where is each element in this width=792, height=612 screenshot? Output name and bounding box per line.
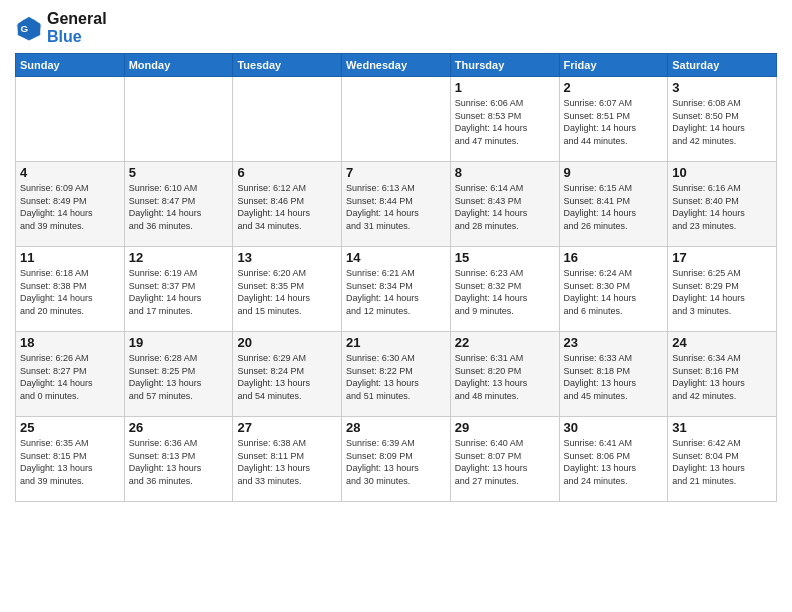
- weekday-header-row: SundayMondayTuesdayWednesdayThursdayFrid…: [16, 54, 777, 77]
- calendar-cell: 3Sunrise: 6:08 AM Sunset: 8:50 PM Daylig…: [668, 77, 777, 162]
- weekday-header-sunday: Sunday: [16, 54, 125, 77]
- logo: G General Blue: [15, 10, 107, 45]
- day-info: Sunrise: 6:41 AM Sunset: 8:06 PM Dayligh…: [564, 437, 664, 487]
- day-info: Sunrise: 6:07 AM Sunset: 8:51 PM Dayligh…: [564, 97, 664, 147]
- day-info: Sunrise: 6:40 AM Sunset: 8:07 PM Dayligh…: [455, 437, 555, 487]
- day-info: Sunrise: 6:23 AM Sunset: 8:32 PM Dayligh…: [455, 267, 555, 317]
- day-info: Sunrise: 6:35 AM Sunset: 8:15 PM Dayligh…: [20, 437, 120, 487]
- calendar-cell: 2Sunrise: 6:07 AM Sunset: 8:51 PM Daylig…: [559, 77, 668, 162]
- day-number: 19: [129, 335, 229, 350]
- day-number: 2: [564, 80, 664, 95]
- calendar-cell: 14Sunrise: 6:21 AM Sunset: 8:34 PM Dayli…: [342, 247, 451, 332]
- week-row-1: 1Sunrise: 6:06 AM Sunset: 8:53 PM Daylig…: [16, 77, 777, 162]
- day-info: Sunrise: 6:13 AM Sunset: 8:44 PM Dayligh…: [346, 182, 446, 232]
- calendar-cell: 17Sunrise: 6:25 AM Sunset: 8:29 PM Dayli…: [668, 247, 777, 332]
- calendar-cell: 19Sunrise: 6:28 AM Sunset: 8:25 PM Dayli…: [124, 332, 233, 417]
- day-number: 6: [237, 165, 337, 180]
- day-number: 10: [672, 165, 772, 180]
- week-row-4: 18Sunrise: 6:26 AM Sunset: 8:27 PM Dayli…: [16, 332, 777, 417]
- weekday-header-friday: Friday: [559, 54, 668, 77]
- day-info: Sunrise: 6:06 AM Sunset: 8:53 PM Dayligh…: [455, 97, 555, 147]
- day-info: Sunrise: 6:21 AM Sunset: 8:34 PM Dayligh…: [346, 267, 446, 317]
- weekday-header-tuesday: Tuesday: [233, 54, 342, 77]
- day-number: 5: [129, 165, 229, 180]
- day-info: Sunrise: 6:38 AM Sunset: 8:11 PM Dayligh…: [237, 437, 337, 487]
- calendar-cell: [124, 77, 233, 162]
- weekday-header-saturday: Saturday: [668, 54, 777, 77]
- calendar-cell: 30Sunrise: 6:41 AM Sunset: 8:06 PM Dayli…: [559, 417, 668, 502]
- week-row-5: 25Sunrise: 6:35 AM Sunset: 8:15 PM Dayli…: [16, 417, 777, 502]
- day-info: Sunrise: 6:12 AM Sunset: 8:46 PM Dayligh…: [237, 182, 337, 232]
- day-number: 30: [564, 420, 664, 435]
- day-number: 7: [346, 165, 446, 180]
- header: G General Blue: [15, 10, 777, 45]
- calendar-cell: 25Sunrise: 6:35 AM Sunset: 8:15 PM Dayli…: [16, 417, 125, 502]
- calendar-cell: 7Sunrise: 6:13 AM Sunset: 8:44 PM Daylig…: [342, 162, 451, 247]
- day-number: 9: [564, 165, 664, 180]
- day-number: 16: [564, 250, 664, 265]
- calendar-cell: 12Sunrise: 6:19 AM Sunset: 8:37 PM Dayli…: [124, 247, 233, 332]
- day-info: Sunrise: 6:36 AM Sunset: 8:13 PM Dayligh…: [129, 437, 229, 487]
- calendar-cell: [16, 77, 125, 162]
- week-row-3: 11Sunrise: 6:18 AM Sunset: 8:38 PM Dayli…: [16, 247, 777, 332]
- day-number: 27: [237, 420, 337, 435]
- day-info: Sunrise: 6:16 AM Sunset: 8:40 PM Dayligh…: [672, 182, 772, 232]
- calendar-cell: 28Sunrise: 6:39 AM Sunset: 8:09 PM Dayli…: [342, 417, 451, 502]
- weekday-header-monday: Monday: [124, 54, 233, 77]
- calendar-cell: 4Sunrise: 6:09 AM Sunset: 8:49 PM Daylig…: [16, 162, 125, 247]
- day-info: Sunrise: 6:20 AM Sunset: 8:35 PM Dayligh…: [237, 267, 337, 317]
- day-number: 13: [237, 250, 337, 265]
- calendar-cell: [342, 77, 451, 162]
- day-number: 8: [455, 165, 555, 180]
- day-info: Sunrise: 6:39 AM Sunset: 8:09 PM Dayligh…: [346, 437, 446, 487]
- day-number: 24: [672, 335, 772, 350]
- day-number: 22: [455, 335, 555, 350]
- day-number: 17: [672, 250, 772, 265]
- calendar-cell: 16Sunrise: 6:24 AM Sunset: 8:30 PM Dayli…: [559, 247, 668, 332]
- day-number: 14: [346, 250, 446, 265]
- calendar-cell: 20Sunrise: 6:29 AM Sunset: 8:24 PM Dayli…: [233, 332, 342, 417]
- calendar-cell: 24Sunrise: 6:34 AM Sunset: 8:16 PM Dayli…: [668, 332, 777, 417]
- day-info: Sunrise: 6:09 AM Sunset: 8:49 PM Dayligh…: [20, 182, 120, 232]
- day-number: 3: [672, 80, 772, 95]
- calendar-cell: [233, 77, 342, 162]
- calendar-cell: 15Sunrise: 6:23 AM Sunset: 8:32 PM Dayli…: [450, 247, 559, 332]
- week-row-2: 4Sunrise: 6:09 AM Sunset: 8:49 PM Daylig…: [16, 162, 777, 247]
- calendar-cell: 11Sunrise: 6:18 AM Sunset: 8:38 PM Dayli…: [16, 247, 125, 332]
- day-number: 26: [129, 420, 229, 435]
- day-number: 31: [672, 420, 772, 435]
- day-number: 11: [20, 250, 120, 265]
- day-info: Sunrise: 6:14 AM Sunset: 8:43 PM Dayligh…: [455, 182, 555, 232]
- day-info: Sunrise: 6:19 AM Sunset: 8:37 PM Dayligh…: [129, 267, 229, 317]
- day-info: Sunrise: 6:33 AM Sunset: 8:18 PM Dayligh…: [564, 352, 664, 402]
- page: G General Blue SundayMondayTuesdayWednes…: [0, 0, 792, 612]
- calendar-cell: 31Sunrise: 6:42 AM Sunset: 8:04 PM Dayli…: [668, 417, 777, 502]
- calendar-cell: 10Sunrise: 6:16 AM Sunset: 8:40 PM Dayli…: [668, 162, 777, 247]
- svg-text:G: G: [21, 23, 29, 34]
- calendar-cell: 13Sunrise: 6:20 AM Sunset: 8:35 PM Dayli…: [233, 247, 342, 332]
- day-info: Sunrise: 6:26 AM Sunset: 8:27 PM Dayligh…: [20, 352, 120, 402]
- day-info: Sunrise: 6:08 AM Sunset: 8:50 PM Dayligh…: [672, 97, 772, 147]
- calendar-cell: 8Sunrise: 6:14 AM Sunset: 8:43 PM Daylig…: [450, 162, 559, 247]
- day-info: Sunrise: 6:34 AM Sunset: 8:16 PM Dayligh…: [672, 352, 772, 402]
- calendar-cell: 5Sunrise: 6:10 AM Sunset: 8:47 PM Daylig…: [124, 162, 233, 247]
- day-info: Sunrise: 6:28 AM Sunset: 8:25 PM Dayligh…: [129, 352, 229, 402]
- day-info: Sunrise: 6:29 AM Sunset: 8:24 PM Dayligh…: [237, 352, 337, 402]
- calendar-cell: 6Sunrise: 6:12 AM Sunset: 8:46 PM Daylig…: [233, 162, 342, 247]
- day-number: 20: [237, 335, 337, 350]
- calendar-cell: 29Sunrise: 6:40 AM Sunset: 8:07 PM Dayli…: [450, 417, 559, 502]
- day-number: 4: [20, 165, 120, 180]
- day-info: Sunrise: 6:10 AM Sunset: 8:47 PM Dayligh…: [129, 182, 229, 232]
- calendar-cell: 18Sunrise: 6:26 AM Sunset: 8:27 PM Dayli…: [16, 332, 125, 417]
- day-number: 15: [455, 250, 555, 265]
- day-number: 28: [346, 420, 446, 435]
- day-info: Sunrise: 6:42 AM Sunset: 8:04 PM Dayligh…: [672, 437, 772, 487]
- day-info: Sunrise: 6:24 AM Sunset: 8:30 PM Dayligh…: [564, 267, 664, 317]
- day-number: 23: [564, 335, 664, 350]
- day-info: Sunrise: 6:31 AM Sunset: 8:20 PM Dayligh…: [455, 352, 555, 402]
- calendar-cell: 1Sunrise: 6:06 AM Sunset: 8:53 PM Daylig…: [450, 77, 559, 162]
- weekday-header-thursday: Thursday: [450, 54, 559, 77]
- day-number: 12: [129, 250, 229, 265]
- calendar-cell: 26Sunrise: 6:36 AM Sunset: 8:13 PM Dayli…: [124, 417, 233, 502]
- calendar-cell: 21Sunrise: 6:30 AM Sunset: 8:22 PM Dayli…: [342, 332, 451, 417]
